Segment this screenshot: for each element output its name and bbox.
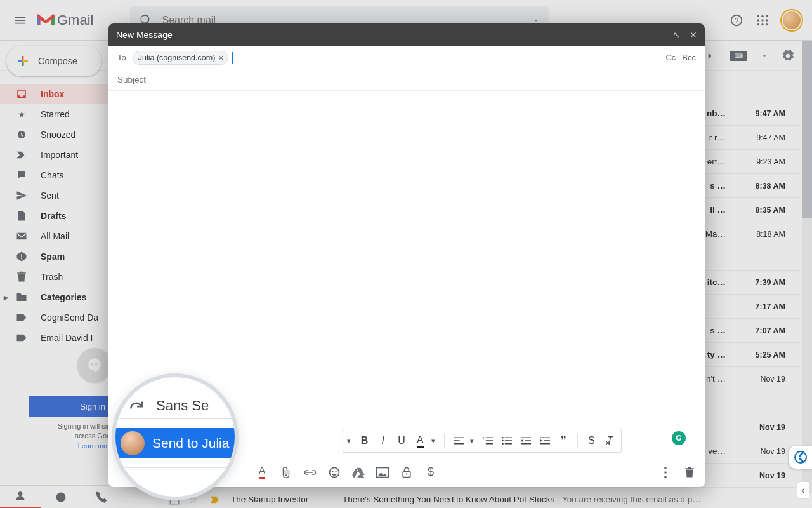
hangouts-icon [86, 357, 103, 373]
align-dd-icon[interactable]: ▾ [470, 437, 474, 445]
bullet-list-button[interactable] [502, 436, 512, 445]
svg-point-35 [664, 476, 667, 478]
svg-point-34 [664, 471, 667, 474]
shrink-icon[interactable]: ⤡ [673, 30, 681, 40]
insert-drive-icon[interactable] [352, 467, 365, 478]
remove-chip-icon[interactable]: × [218, 53, 223, 63]
font-size-dd-icon[interactable]: ▾ [347, 437, 351, 445]
indent-less-button[interactable] [521, 436, 531, 445]
input-tool-dd-icon[interactable] [761, 53, 768, 59]
attach-file-icon[interactable] [280, 466, 292, 479]
compose-subject-row[interactable] [108, 69, 705, 91]
clear-formatting-button[interactable]: T✕ [605, 435, 615, 446]
email-row-full[interactable]: ☆ The Startup Investor There's Something… [162, 488, 801, 508]
learn-more-link[interactable]: Learn mo [78, 442, 107, 450]
person-icon [14, 490, 27, 502]
clock-icon [15, 129, 28, 140]
underline-button[interactable]: U [396, 435, 406, 446]
chat-bubble-icon [55, 491, 67, 504]
help-icon[interactable]: ? [730, 13, 743, 27]
font-family-label[interactable]: Sans Se [156, 398, 209, 414]
input-tool-indicator[interactable]: ⌨ [730, 51, 747, 61]
svg-point-28 [332, 471, 333, 472]
mail-icon [15, 232, 28, 241]
svg-point-20 [18, 491, 23, 496]
scrollbar-thumb[interactable] [802, 41, 812, 218]
svg-point-21 [56, 492, 66, 502]
email-subject: There's Something You Need to Know About… [343, 495, 785, 504]
bold-button[interactable]: B [360, 435, 369, 446]
settings-gear-icon[interactable] [782, 50, 794, 62]
svg-point-26 [502, 443, 503, 444]
insert-money-icon[interactable]: $ [424, 465, 437, 479]
italic-button[interactable]: I [378, 435, 388, 446]
main-menu-button[interactable] [5, 5, 36, 36]
svg-text:1: 1 [483, 437, 485, 440]
magnified-format-row: Sans Se [115, 392, 235, 419]
account-avatar[interactable] [782, 10, 802, 30]
side-panel-toggle[interactable]: ‹ [797, 481, 809, 499]
insert-emoji-icon[interactable] [328, 466, 341, 479]
svg-point-8 [761, 19, 763, 21]
text-format-toggle-icon[interactable]: A [256, 465, 268, 479]
text-color-button[interactable]: A [416, 434, 425, 448]
bcc-button[interactable]: Bcc [682, 53, 696, 62]
important-marker-icon[interactable] [209, 495, 222, 504]
gmail-logo[interactable]: Gmail [37, 12, 93, 29]
svg-point-24 [502, 437, 503, 438]
svg-point-9 [766, 19, 768, 21]
teamviewer-icon [794, 451, 807, 464]
numbered-list-button[interactable]: 1 [483, 436, 493, 445]
compose-title: New Message [116, 30, 173, 40]
inbox-icon [15, 88, 28, 100]
svg-text:?: ? [735, 16, 739, 25]
apps-grid-icon[interactable] [756, 14, 769, 27]
scrollbar[interactable] [802, 41, 812, 493]
gmail-m-icon [37, 13, 55, 27]
compose-button[interactable]: Compose [6, 46, 102, 76]
svg-point-25 [502, 440, 503, 441]
more-options-icon[interactable] [659, 467, 672, 478]
send-to-julia-button[interactable]: Send to Julia [115, 428, 235, 458]
insert-photo-icon[interactable] [376, 467, 389, 478]
to-label: To [117, 53, 126, 62]
strikethrough-button[interactable]: S [587, 435, 596, 446]
label-icon [15, 313, 28, 322]
svg-rect-16 [22, 60, 28, 62]
quote-button[interactable]: ” [559, 434, 568, 448]
teamviewer-widget[interactable] [789, 446, 812, 469]
align-button[interactable] [454, 436, 464, 445]
send-icon [15, 190, 28, 201]
hangouts-tab-conversations[interactable] [41, 486, 81, 509]
hangouts-tab-calls[interactable] [81, 486, 122, 509]
cc-button[interactable]: Cc [665, 53, 676, 62]
insert-link-icon[interactable] [304, 469, 317, 476]
discard-draft-icon[interactable] [683, 467, 696, 478]
svg-point-6 [766, 15, 768, 17]
important-icon [15, 150, 28, 159]
spam-icon [15, 251, 28, 262]
minimize-icon[interactable]: — [655, 30, 664, 40]
confidential-mode-icon[interactable] [400, 466, 413, 479]
hangouts-tab-contacts[interactable] [0, 486, 41, 509]
grammarly-icon[interactable]: G [672, 431, 686, 445]
svg-point-32 [406, 473, 408, 475]
hangouts-button[interactable] [77, 348, 112, 382]
drafts-icon [15, 210, 28, 222]
indent-more-button[interactable] [540, 436, 550, 445]
color-dd-icon[interactable]: ▾ [431, 437, 435, 445]
svg-point-27 [330, 467, 339, 477]
close-icon[interactable]: ✕ [690, 30, 697, 40]
compose-to-row[interactable]: To Julia (cognisend.com)× Cc Bcc [108, 46, 705, 69]
search-options-icon[interactable] [532, 17, 540, 24]
recipient-chip[interactable]: Julia (cognisend.com)× [133, 51, 228, 65]
svg-rect-30 [377, 467, 388, 477]
redo-icon[interactable] [128, 399, 145, 413]
label-icon [15, 333, 28, 342]
expand-caret-icon: ▸ [4, 292, 8, 302]
svg-point-11 [761, 23, 763, 25]
compose-subject-input[interactable] [117, 75, 696, 84]
next-page-icon[interactable] [704, 50, 716, 62]
compose-titlebar[interactable]: New Message — ⤡ ✕ [108, 23, 705, 46]
email-sender: The Startup Investor [231, 495, 343, 504]
